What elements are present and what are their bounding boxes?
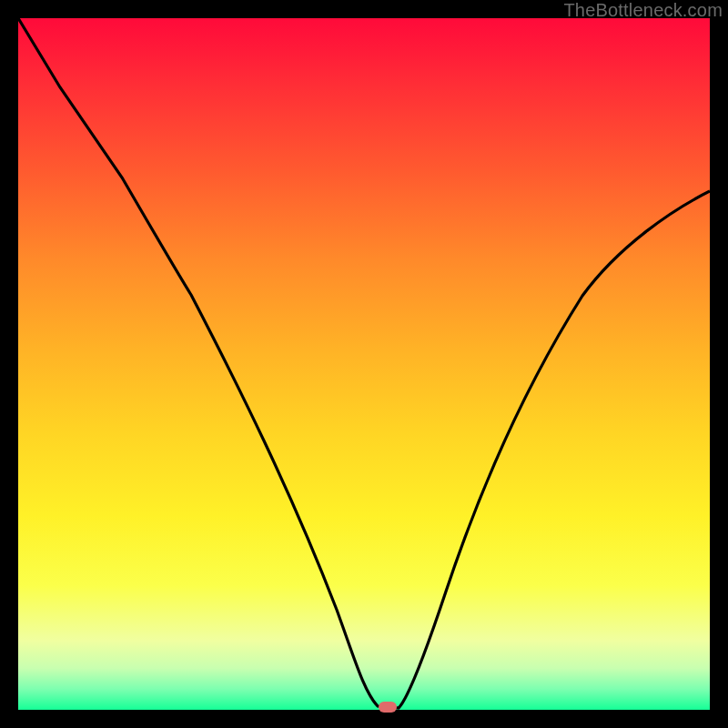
bottleneck-curve [18,18,710,710]
watermark-text: TheBottleneck.com [563,0,723,21]
plot-area [18,18,710,710]
optimum-marker [379,702,397,713]
curve-path [18,18,710,708]
chart-frame: TheBottleneck.com [0,0,728,728]
